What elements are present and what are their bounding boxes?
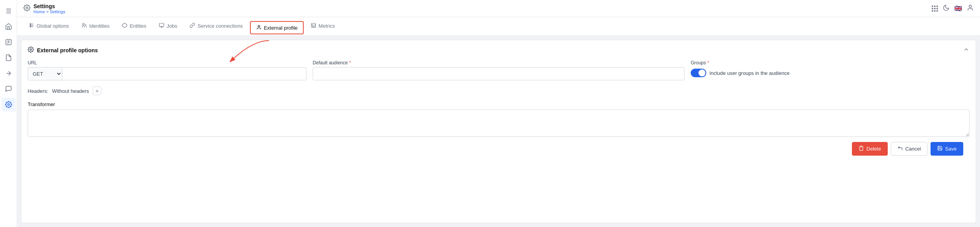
url-label: URL bbox=[28, 60, 306, 66]
tab-entities-label: Entities bbox=[130, 23, 146, 29]
grid-dots-icon[interactable] bbox=[932, 5, 938, 12]
collapse-button[interactable] bbox=[963, 46, 969, 54]
save-label: Save bbox=[945, 146, 957, 152]
content-area: External profile options bbox=[21, 40, 976, 223]
headers-value: Without headers bbox=[52, 88, 89, 94]
metrics-icon bbox=[311, 23, 316, 29]
url-input-group: GET POST PUT DELETE bbox=[28, 67, 306, 80]
cancel-label: Cancel bbox=[905, 146, 921, 152]
svg-point-5 bbox=[7, 104, 9, 106]
form-main: URL GET POST PUT DELETE bbox=[28, 60, 969, 80]
svg-point-6 bbox=[26, 7, 28, 9]
tab-service[interactable]: Service connections bbox=[184, 17, 248, 36]
groups-label: Groups * bbox=[691, 60, 969, 66]
flag-uk-icon[interactable]: 🇬🇧 bbox=[954, 5, 962, 12]
method-select[interactable]: GET POST PUT DELETE bbox=[28, 67, 62, 80]
breadcrumb-home[interactable]: Home bbox=[33, 9, 45, 14]
delete-button[interactable]: Delete bbox=[852, 142, 888, 156]
moon-icon[interactable] bbox=[943, 4, 950, 13]
svg-point-15 bbox=[85, 25, 86, 25]
svg-point-20 bbox=[258, 25, 260, 27]
svg-marker-16 bbox=[122, 23, 127, 28]
tab-global-label: Global options bbox=[37, 23, 69, 29]
groups-toggle[interactable] bbox=[691, 69, 706, 77]
external-profile-icon bbox=[256, 25, 262, 31]
section-header: External profile options bbox=[28, 46, 969, 54]
cancel-icon bbox=[897, 145, 903, 152]
top-header: Settings Home > Settings bbox=[17, 0, 980, 17]
global-options-icon bbox=[29, 23, 34, 29]
header-title-group: Settings Home > Settings bbox=[33, 3, 65, 14]
svg-rect-17 bbox=[159, 23, 164, 27]
save-icon bbox=[937, 145, 943, 152]
audience-group: Default audience * global bbox=[313, 60, 684, 80]
section-title-text: External profile options bbox=[37, 47, 98, 53]
tab-identities[interactable]: Identities bbox=[76, 17, 115, 36]
entities-icon bbox=[122, 23, 127, 29]
svg-point-13 bbox=[30, 26, 31, 27]
breadcrumb: Home > Settings bbox=[33, 9, 65, 14]
tab-global[interactable]: Global options bbox=[23, 17, 74, 36]
tab-entities[interactable]: Entities bbox=[116, 17, 152, 36]
header-right: 🇬🇧 bbox=[932, 4, 974, 13]
svg-point-22 bbox=[30, 49, 32, 50]
tab-metrics[interactable]: Metrics bbox=[305, 17, 340, 36]
svg-rect-21 bbox=[311, 23, 316, 28]
settings-gear-icon bbox=[23, 4, 30, 13]
svg-point-12 bbox=[30, 25, 31, 26]
transformer-textarea[interactable] bbox=[28, 110, 969, 137]
sidebar-wand[interactable] bbox=[2, 66, 16, 80]
app-title: Settings bbox=[33, 3, 65, 9]
tab-service-label: Service connections bbox=[197, 23, 243, 29]
tab-external[interactable]: External profile bbox=[250, 21, 304, 34]
sidebar-file[interactable] bbox=[2, 51, 16, 65]
action-bar: Delete Cancel Save bbox=[28, 138, 969, 160]
main-content: Settings Home > Settings bbox=[17, 0, 980, 227]
svg-point-7 bbox=[969, 5, 971, 7]
sidebar-settings[interactable] bbox=[2, 98, 16, 112]
groups-toggle-label: Include user groups in the audience bbox=[709, 70, 790, 76]
service-icon bbox=[190, 23, 195, 29]
svg-point-14 bbox=[83, 23, 84, 25]
breadcrumb-current: Settings bbox=[50, 9, 65, 14]
tab-bar: Global options Identities Entities Jobs bbox=[17, 17, 980, 36]
sidebar-hamburger[interactable]: ☰ bbox=[2, 4, 16, 18]
identities-icon bbox=[81, 23, 87, 29]
transformer-label: Transformer bbox=[28, 101, 969, 107]
delete-icon bbox=[859, 145, 864, 152]
groups-required-star: * bbox=[707, 60, 709, 66]
toggle-knob bbox=[698, 69, 706, 76]
delete-label: Delete bbox=[866, 146, 881, 152]
user-icon[interactable] bbox=[967, 4, 974, 13]
svg-point-11 bbox=[30, 23, 31, 24]
groups-toggle-row: Include user groups in the audience bbox=[691, 69, 969, 77]
save-button[interactable]: Save bbox=[931, 142, 963, 156]
jobs-icon bbox=[159, 23, 164, 29]
url-input[interactable] bbox=[62, 67, 306, 80]
url-group: URL GET POST PUT DELETE bbox=[28, 60, 306, 80]
sidebar-chat[interactable] bbox=[2, 82, 16, 96]
headers-row: Headers: Without headers + bbox=[28, 87, 969, 95]
tab-identities-label: Identities bbox=[89, 23, 109, 29]
audience-required-star: * bbox=[349, 60, 351, 66]
tab-external-label: External profile bbox=[264, 25, 298, 31]
audience-input[interactable]: global bbox=[313, 67, 684, 80]
section-title: External profile options bbox=[28, 46, 98, 54]
groups-group: Groups * Include user groups in the audi… bbox=[691, 60, 969, 77]
sidebar: ☰ bbox=[0, 0, 17, 227]
sidebar-document[interactable] bbox=[2, 35, 16, 49]
tab-jobs[interactable]: Jobs bbox=[153, 17, 183, 36]
audience-label: Default audience * bbox=[313, 60, 684, 66]
transformer-section: Transformer bbox=[28, 101, 969, 138]
sidebar-home[interactable] bbox=[2, 20, 16, 34]
headers-label: Headers: bbox=[28, 88, 48, 94]
add-header-button[interactable]: + bbox=[93, 87, 101, 95]
breadcrumb-sep: > bbox=[46, 9, 48, 14]
tab-metrics-label: Metrics bbox=[318, 23, 335, 29]
cancel-button[interactable]: Cancel bbox=[891, 142, 927, 156]
url-row: URL GET POST PUT DELETE bbox=[28, 60, 969, 80]
header-left: Settings Home > Settings bbox=[23, 3, 65, 14]
section-gear-icon bbox=[28, 46, 34, 54]
tab-jobs-label: Jobs bbox=[167, 23, 177, 29]
